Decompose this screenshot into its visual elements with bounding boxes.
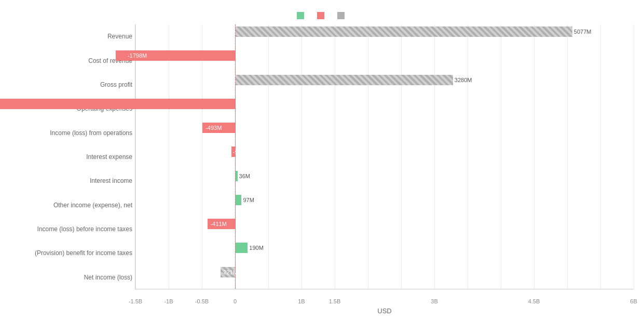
x-tick-label: -1B [164, 298, 173, 304]
y-label: Gross profit [10, 73, 132, 97]
bar-row: -51M [135, 144, 634, 159]
bar-value-label: 3280M [455, 77, 472, 83]
bar-row: -1798M [135, 48, 634, 63]
y-label: Net income (loss) [10, 265, 132, 289]
x-tick-label: 1.5B [329, 298, 341, 304]
chart-area: RevenueCost of revenueGross profitOperat… [10, 24, 634, 289]
bar-row: 190M [135, 241, 634, 255]
bar-total [235, 75, 453, 85]
x-tick-label: -1.5B [129, 298, 142, 304]
grid-line [634, 24, 634, 289]
y-label: (Provision) benefit for income taxes [10, 241, 132, 265]
bar-row: -3773M [135, 97, 634, 111]
legend-decrease [317, 12, 327, 19]
total-swatch [337, 12, 345, 19]
y-label: Interest expense [10, 145, 132, 169]
chart-container: RevenueCost of revenueGross profitOperat… [0, 0, 644, 333]
y-label: Interest income [10, 169, 132, 193]
zero-dashed-line [235, 24, 236, 289]
plot-area: -1.5B-1B-0.5B01B1.5B3B4.5B6BUSD5077M-179… [135, 24, 634, 289]
bar-row: 97M [135, 193, 634, 207]
bar-value-label: 190M [249, 245, 264, 251]
bar-row: -221M [135, 265, 634, 279]
y-label: Income (loss) from operations [10, 121, 132, 145]
y-label: Revenue [10, 24, 132, 48]
y-label: Income (loss) before income taxes [10, 217, 132, 241]
y-label: Other income (expense), net [10, 193, 132, 217]
bar-value-label: 5077M [574, 29, 592, 35]
bar-value-label: -411M [211, 221, 227, 227]
x-tick-label: 1B [298, 298, 305, 304]
bar-row: -493M [135, 121, 634, 135]
bar-value-label: -493M [205, 125, 222, 131]
bar-row: 36M [135, 169, 634, 183]
bar-total [235, 26, 572, 37]
y-label: Cost of revenue [10, 49, 132, 73]
x-tick-label: 4.5B [528, 298, 540, 304]
x-tick-label: 0 [234, 298, 237, 304]
decrease-swatch [317, 12, 324, 19]
bar-value-label: -1798M [128, 52, 147, 59]
bar-row: 5077M [135, 24, 634, 39]
y-labels: RevenueCost of revenueGross profitOperat… [10, 24, 135, 289]
legend-increase [297, 12, 307, 19]
bar-value-label: 36M [239, 173, 250, 179]
bar-row: 3280M [135, 73, 634, 87]
bar-value-label: 97M [243, 197, 254, 203]
bar-increase [235, 195, 241, 205]
x-tick-label: -0.5B [195, 298, 209, 304]
bar-increase [235, 243, 248, 253]
bar-row: -411M [135, 217, 634, 231]
legend-total [337, 12, 347, 19]
x-tick-label: 6B [630, 298, 637, 304]
legend [10, 12, 634, 19]
x-tick-label: 3B [431, 298, 437, 304]
bar-decrease [0, 99, 235, 109]
x-axis-usd-label: USD [377, 307, 391, 315]
increase-swatch [297, 12, 304, 19]
